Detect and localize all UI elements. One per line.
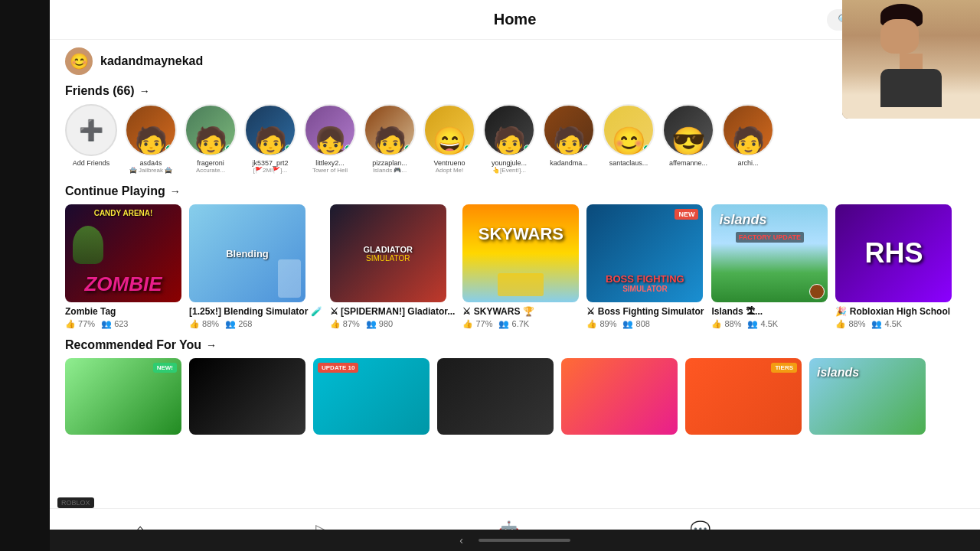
continue-playing-title: Continue Playing	[65, 184, 165, 198]
game-card[interactable]: NEW BOSS FIGHTING SIMULATOR ⚔ Boss Fight…	[586, 204, 704, 329]
friends-scroll: ➕ Add Friends 🧑 asda4s 🚔 Jailbreak 🚔	[50, 101, 980, 180]
friend-avatar: 🧑	[185, 104, 237, 156]
game-stats: 👍 88% 👥 4.5K	[711, 319, 778, 329]
user-profile-section: 😊 kadandmaynekad	[50, 40, 980, 80]
friend-name: littlexy2...	[315, 159, 345, 167]
recommended-arrow: →	[206, 339, 217, 351]
friend-name: santaclaus...	[609, 159, 648, 167]
friend-avatar: 😎	[662, 104, 714, 156]
game-card[interactable]: RHS 🎉 Robloxian High School 👍 88% 👥 4.5K	[835, 204, 952, 329]
friend-name: jk5357_prt2	[252, 159, 288, 167]
list-item[interactable]: 🧑 frageroni Accurate...	[185, 104, 237, 174]
game-stats: 👍 88% 👥 4.5K	[835, 319, 952, 329]
avatar: 😊	[65, 47, 93, 75]
list-item[interactable]	[561, 358, 678, 435]
list-item[interactable]: 😄 Ventrueno Adopt Me!	[423, 104, 475, 174]
home-indicator	[479, 539, 570, 542]
list-item[interactable]: NEW!	[65, 358, 181, 435]
list-item[interactable]: islands	[809, 358, 926, 435]
add-icon: ➕	[79, 119, 103, 142]
game-title: ⚔ Boss Fighting Simulator	[586, 306, 704, 317]
friend-avatar: 🧑	[244, 104, 296, 156]
list-item[interactable]: TIERS	[685, 358, 802, 435]
friend-status: Accurate...	[196, 167, 225, 174]
game-stats: 👍 88% 👥 268	[189, 319, 322, 329]
list-item[interactable]: 🧑 youngjule... 👆[Event!]...	[483, 104, 535, 174]
game-thumbnail: Blending	[189, 204, 305, 302]
list-item[interactable]	[189, 358, 305, 435]
game-card[interactable]: GLADIATOR SIMULATOR ⚔ [SPIDERMAN!] Gladi…	[330, 204, 456, 329]
game-card[interactable]: SKYWARS ⚔ SKYWARS 🏆 👍 77% 👥 6.7K	[462, 204, 579, 329]
list-item[interactable]: 😎 affemanne...	[662, 104, 714, 174]
list-item[interactable]	[437, 358, 554, 435]
game-thumbnail: RHS	[835, 204, 952, 302]
friends-section-header[interactable]: Friends (66) →	[50, 80, 980, 101]
list-item[interactable]: 🧑 jk5357_prt2 [🚩2M!🚩]...	[244, 104, 296, 174]
friend-avatar: 👧	[304, 104, 356, 156]
list-item[interactable]: 🧑 pizzaplan... Islands 🎮...	[364, 104, 416, 174]
recommended-title: Recommended For You	[65, 338, 201, 352]
game-title: 🎉 Robloxian High School	[835, 306, 952, 317]
friend-avatar: 😄	[423, 104, 475, 156]
friend-avatar: 🧑	[543, 104, 595, 156]
add-friends-item[interactable]: ➕ Add Friends	[65, 104, 117, 174]
game-thumbnail: SKYWARS	[462, 204, 579, 302]
list-item[interactable]: UPDATE 10	[313, 358, 430, 435]
friends-arrow-icon: →	[139, 85, 150, 97]
friend-avatar: 🧑	[364, 104, 416, 156]
list-item[interactable]: 🧑 kadandma...	[543, 104, 595, 174]
add-friends-label: Add Friends	[73, 159, 110, 167]
friend-name: affemanne...	[669, 159, 707, 167]
friend-name: asda4s	[139, 159, 162, 167]
list-item[interactable]: 😊 santaclaus...	[603, 104, 655, 174]
add-friends-circle[interactable]: ➕	[65, 104, 117, 156]
continue-playing-header[interactable]: Continue Playing →	[50, 180, 980, 201]
game-stats: 👍 77% 👥 623	[65, 319, 181, 329]
friend-status: Islands 🎮...	[373, 167, 407, 174]
new-badge: NEW!	[153, 363, 177, 373]
friend-name: kadandma...	[550, 159, 588, 167]
game-owner-avatar	[809, 284, 825, 299]
game-thumbnail: GLADIATOR SIMULATOR	[330, 204, 446, 302]
recommended-section-header[interactable]: Recommended For You →	[50, 334, 980, 355]
game-title: Zombie Tag	[65, 306, 181, 317]
game-thumbnail: NEW BOSS FIGHTING SIMULATOR	[586, 204, 703, 302]
game-thumbnail: CANDY ARENA! ZOMBIE	[65, 204, 181, 302]
friend-avatar: 😊	[603, 104, 655, 156]
recommended-scroll: NEW! UPDATE 10 TIERS islands	[50, 355, 980, 439]
continue-playing-arrow: →	[170, 185, 181, 197]
list-item[interactable]: 👧 littlexy2... Tower of Hell	[304, 104, 356, 174]
game-card[interactable]: CANDY ARENA! ZOMBIE Zombie Tag 👍 77% 👥 6…	[65, 204, 181, 329]
back-arrow-icon[interactable]: ‹	[459, 534, 463, 546]
header-title: Home	[494, 11, 537, 28]
friend-name: pizzaplan...	[372, 159, 407, 167]
game-stats: 👍 89% 👥 808	[586, 319, 704, 329]
game-thumbnail: islands FACTORY UPDATE	[711, 204, 828, 302]
game-title: ⚔ SKYWARS 🏆	[462, 306, 579, 317]
game-title: Islands 🏝...	[711, 306, 828, 317]
game-card[interactable]: Blending [1.25x!] Blending Simulator 🧪 👍…	[189, 204, 322, 329]
friend-avatar: 🧑	[483, 104, 535, 156]
friend-status: Adopt Me!	[436, 167, 463, 174]
version-badge: ROBLOX	[57, 497, 94, 508]
friend-status: [🚩2M!🚩]...	[253, 167, 287, 174]
update-badge: UPDATE 10	[318, 363, 358, 373]
friend-avatar: 🧑	[125, 104, 177, 156]
list-item[interactable]: 🧑 archi...	[722, 104, 774, 174]
webcam-overlay	[842, 0, 980, 119]
friends-section-title: Friends (66)	[65, 84, 135, 98]
username: kadandmaynekad	[100, 54, 203, 68]
friend-status: 👆[Event!]...	[492, 167, 526, 174]
games-scroll: CANDY ARENA! ZOMBIE Zombie Tag 👍 77% 👥 6…	[50, 201, 980, 334]
game-stats: 👍 87% 👥 980	[330, 319, 456, 329]
game-card[interactable]: islands FACTORY UPDATE Islands 🏝... 👍 88…	[711, 204, 828, 329]
friend-name: youngjule...	[492, 159, 527, 167]
header: Home 🔍 Search	[50, 0, 980, 40]
friend-name: frageroni	[197, 159, 224, 167]
game-title: [1.25x!] Blending Simulator 🧪	[189, 306, 322, 317]
tiers-badge: TIERS	[771, 363, 797, 373]
list-item[interactable]: 🧑 asda4s 🚔 Jailbreak 🚔	[125, 104, 177, 174]
game-stats: 👍 77% 👥 6.7K	[462, 319, 579, 329]
friend-name: Ventrueno	[433, 159, 465, 167]
game-title: ⚔ [SPIDERMAN!] Gladiator...	[330, 306, 456, 317]
